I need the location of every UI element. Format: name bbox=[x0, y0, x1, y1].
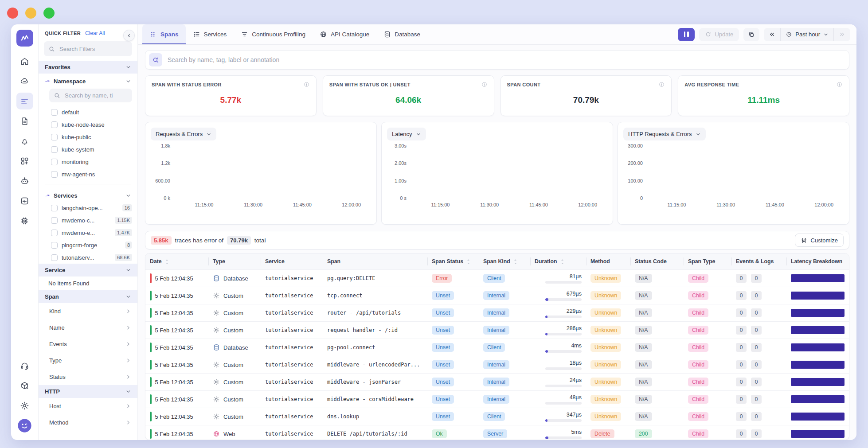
tab-spans[interactable]: Spans bbox=[142, 24, 186, 44]
nav-processes[interactable] bbox=[16, 212, 33, 229]
info-icon[interactable] bbox=[836, 81, 843, 88]
close-window-button[interactable] bbox=[7, 8, 18, 19]
checkbox[interactable] bbox=[51, 134, 58, 140]
time-range-select[interactable]: Past hour bbox=[780, 28, 833, 41]
checkbox[interactable] bbox=[51, 109, 58, 116]
service-filter-item[interactable]: tutorialserv...68.6K bbox=[39, 251, 137, 264]
nav-assistant[interactable] bbox=[16, 172, 33, 189]
table-row[interactable]: 5 Feb 12:04:35Customtutorialservicemiddl… bbox=[145, 390, 849, 408]
info-icon[interactable] bbox=[481, 81, 488, 88]
namespace-filter-item[interactable]: kube-node-lease bbox=[39, 118, 137, 131]
chart-metric-select[interactable]: Requests & Errors bbox=[151, 128, 216, 140]
checkbox[interactable] bbox=[51, 217, 58, 224]
nav-traces[interactable] bbox=[16, 93, 33, 109]
column-header[interactable]: Method bbox=[586, 253, 630, 269]
middleware-logo[interactable] bbox=[16, 30, 33, 47]
column-header[interactable]: Span Status bbox=[427, 253, 479, 269]
customize-button[interactable]: Customize bbox=[795, 234, 844, 247]
namespace-filter-item[interactable]: monitoring bbox=[39, 156, 137, 168]
table-row[interactable]: 5 Feb 12:04:35Customtutorialservicemiddl… bbox=[145, 373, 849, 390]
column-header[interactable]: Status Code bbox=[630, 253, 684, 269]
tab-api-catalogue[interactable]: API Catalogue bbox=[313, 24, 376, 44]
column-header[interactable]: Service bbox=[261, 253, 323, 269]
minimize-window-button[interactable] bbox=[25, 8, 36, 19]
service-filter-item[interactable]: mwdemo-c...1.15K bbox=[39, 214, 137, 226]
nav-settings[interactable] bbox=[16, 397, 33, 414]
namespace-section-header[interactable]: Namespace bbox=[39, 74, 137, 87]
span-filter-kind[interactable]: Kind bbox=[39, 303, 137, 319]
sort-icon[interactable] bbox=[165, 259, 169, 265]
filter-search-input[interactable] bbox=[59, 45, 128, 53]
pause-button[interactable] bbox=[678, 28, 695, 41]
namespace-search-input[interactable] bbox=[64, 92, 128, 99]
nav-user-avatar[interactable] bbox=[16, 417, 33, 434]
update-button[interactable]: Update bbox=[699, 28, 739, 41]
checkbox[interactable] bbox=[51, 254, 58, 261]
table-row[interactable]: 5 Feb 12:04:35Customtutorialservicedns.l… bbox=[145, 408, 849, 425]
table-row[interactable]: 5 Feb 12:04:35Customtutorialservicemiddl… bbox=[145, 356, 849, 373]
service-filter-item[interactable]: mwdemo-e...1.47K bbox=[39, 226, 137, 239]
nav-integrations[interactable] bbox=[16, 152, 33, 169]
nav-rum[interactable] bbox=[16, 192, 33, 209]
tab-services[interactable]: Services bbox=[186, 24, 234, 44]
nav-support[interactable] bbox=[16, 357, 33, 374]
namespace-filter-item[interactable]: mw-agent-ns bbox=[39, 168, 137, 180]
chart-metric-select[interactable]: HTTP Requests & Errors bbox=[623, 128, 706, 140]
nav-alerts[interactable] bbox=[16, 132, 33, 149]
service-filter-item[interactable]: pingcrm-forge8 bbox=[39, 239, 137, 251]
info-icon[interactable] bbox=[303, 81, 310, 88]
time-back-button[interactable] bbox=[764, 28, 780, 41]
span-filter-type[interactable]: Type bbox=[39, 352, 137, 369]
column-header[interactable]: Duration bbox=[530, 253, 586, 269]
http-section-header[interactable]: HTTP bbox=[39, 385, 137, 398]
checkbox[interactable] bbox=[51, 171, 58, 178]
table-row[interactable]: 5 Feb 12:04:35Customtutorialserviceroute… bbox=[145, 304, 849, 321]
nav-install-agent[interactable] bbox=[16, 377, 33, 394]
zoom-window-button[interactable] bbox=[43, 8, 55, 19]
collapse-filter-button[interactable] bbox=[123, 30, 135, 41]
column-header[interactable]: Span bbox=[323, 253, 427, 269]
table-row[interactable]: 5 Feb 12:04:35Customtutorialservicetcp.c… bbox=[145, 287, 849, 304]
table-row[interactable]: 5 Feb 12:04:35Customtutorialservicereque… bbox=[145, 321, 849, 339]
http-filter-host[interactable]: Host bbox=[39, 398, 137, 414]
sort-icon[interactable] bbox=[560, 259, 564, 265]
sort-icon[interactable] bbox=[513, 259, 517, 265]
info-icon[interactable] bbox=[658, 81, 665, 88]
services-section-header[interactable]: Services bbox=[39, 188, 137, 202]
chart-metric-select[interactable]: Latency bbox=[387, 128, 426, 140]
time-forward-button[interactable] bbox=[833, 28, 850, 41]
http-filter-method[interactable]: Method bbox=[39, 414, 137, 431]
span-filter-events[interactable]: Events bbox=[39, 336, 137, 352]
favorites-section-header[interactable]: Favorites bbox=[39, 61, 137, 74]
namespace-filter-item[interactable]: kube-public bbox=[39, 131, 137, 143]
span-filter-status[interactable]: Status bbox=[39, 369, 137, 385]
column-header[interactable]: Events & Logs bbox=[731, 253, 786, 269]
checkbox[interactable] bbox=[51, 146, 58, 153]
namespace-filter-item[interactable]: default bbox=[39, 106, 137, 118]
checkbox[interactable] bbox=[51, 205, 58, 211]
checkbox[interactable] bbox=[51, 159, 58, 165]
nav-infrastructure[interactable] bbox=[16, 73, 33, 90]
clear-all-button[interactable]: Clear All bbox=[85, 30, 105, 36]
copy-button[interactable] bbox=[743, 28, 759, 41]
service-filter-item[interactable]: langchain-ope...16 bbox=[39, 202, 137, 214]
column-header[interactable]: Latency Breakdown bbox=[786, 253, 849, 269]
column-header[interactable]: Date bbox=[145, 253, 208, 269]
nav-home[interactable] bbox=[16, 53, 33, 70]
service-section-header[interactable]: Service bbox=[39, 264, 137, 277]
nav-logs[interactable] bbox=[16, 113, 33, 129]
column-header[interactable]: Span Kind bbox=[479, 253, 530, 269]
table-row[interactable]: 5 Feb 12:04:35Databasetutorialservicepg-… bbox=[145, 339, 849, 356]
table-row[interactable]: 5 Feb 12:04:35WebtutorialserviceDELETE /… bbox=[145, 425, 849, 440]
table-row[interactable]: 5 Feb 12:04:35Databasetutorialservicepg.… bbox=[145, 269, 849, 287]
span-section-header[interactable]: Span bbox=[39, 290, 137, 303]
namespace-filter-item[interactable]: kube-system bbox=[39, 143, 137, 156]
column-header[interactable]: Type bbox=[208, 253, 261, 269]
sort-icon[interactable] bbox=[466, 259, 470, 265]
checkbox[interactable] bbox=[51, 230, 58, 236]
column-header[interactable]: Span Type bbox=[684, 253, 731, 269]
span-search-input[interactable] bbox=[167, 56, 845, 64]
checkbox[interactable] bbox=[51, 121, 58, 128]
span-filter-name[interactable]: Name bbox=[39, 319, 137, 336]
checkbox[interactable] bbox=[51, 242, 58, 249]
